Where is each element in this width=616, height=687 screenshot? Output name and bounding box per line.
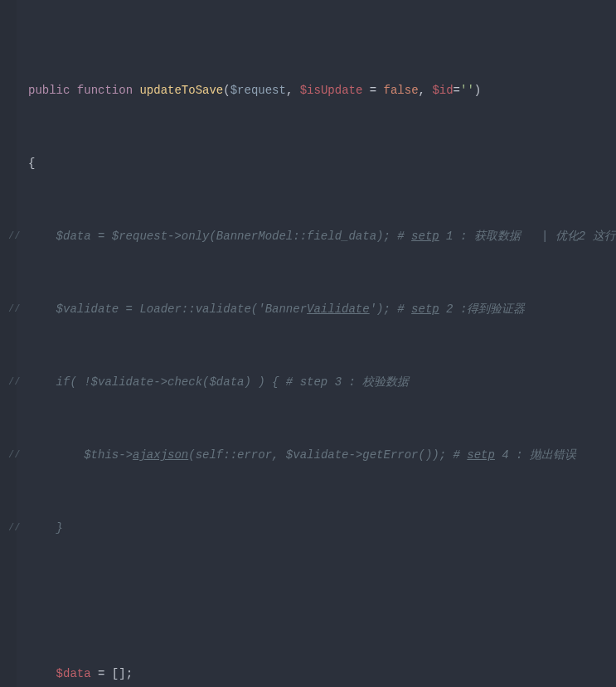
gutter-mark: //	[8, 227, 20, 245]
code-line: {	[0, 154, 616, 172]
gutter-mark: //	[8, 519, 20, 537]
code-line-comment: // $this->ajaxjson(self::error, $validat…	[0, 446, 616, 464]
setp-text: setp	[411, 230, 439, 243]
keyword-function: function	[77, 84, 133, 97]
function-name: updateToSave	[139, 84, 223, 97]
param-request: $request	[230, 84, 286, 97]
code-line-comment: // }	[0, 519, 616, 537]
code-line: public function updateToSave($request, $…	[0, 81, 616, 99]
code-line-comment: // if( !$validate->check($data) ) { # st…	[0, 373, 616, 391]
code-block-1: public function updateToSave($request, $…	[0, 0, 616, 687]
keyword-public: public	[28, 84, 70, 97]
code-line-empty	[0, 592, 616, 610]
code-line-comment: // $data = $request->only(BannerModel::f…	[0, 227, 616, 245]
setp-text: setp	[467, 448, 495, 462]
string-empty: ''	[460, 84, 474, 97]
bool-false: false	[384, 84, 419, 97]
gutter	[0, 0, 17, 687]
code-line-comment: // $validate = Loader::validate('BannerV…	[0, 300, 616, 318]
var-data: $data	[56, 667, 91, 680]
gutter-mark: //	[8, 300, 20, 318]
param-isupdate: $isUpdate	[300, 84, 363, 97]
param-id: $id	[432, 84, 453, 97]
gutter-mark: //	[8, 373, 20, 391]
gutter-mark: //	[8, 446, 20, 464]
setp-text: setp	[411, 302, 439, 316]
code-line: $data = [];	[0, 665, 616, 683]
